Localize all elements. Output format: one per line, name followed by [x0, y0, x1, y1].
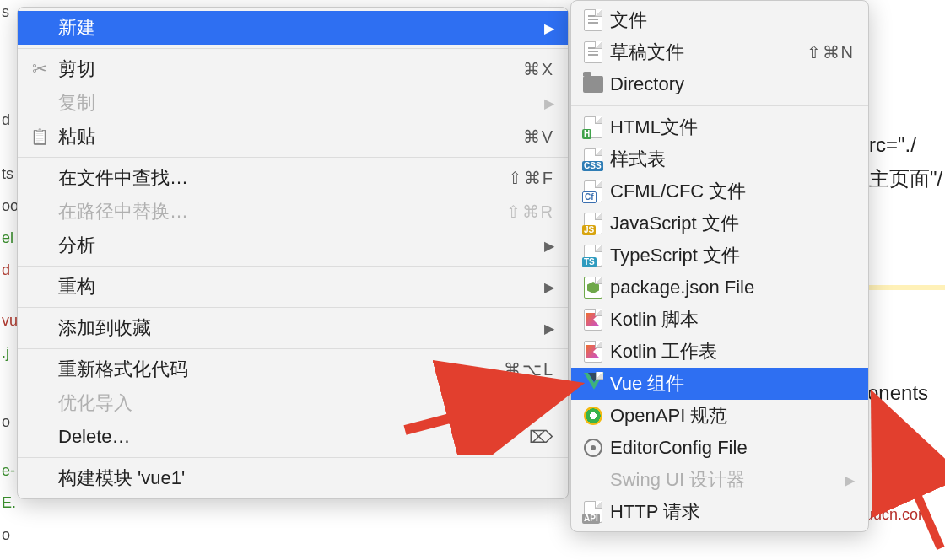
js-icon: JS	[581, 213, 605, 234]
menu-item-label: 分析	[53, 233, 539, 258]
gear-icon	[581, 439, 605, 457]
swirl-icon	[581, 407, 605, 425]
menu-separator	[18, 48, 568, 49]
sub_menu-item[interactable]: EditorConfig File	[571, 432, 868, 464]
menu-item-label: Kotlin 工作表	[605, 339, 855, 364]
main_menu-item[interactable]: 新建▶	[18, 11, 568, 45]
sub_menu-item[interactable]: APIHTTP 请求	[571, 496, 868, 528]
main_menu-item[interactable]: 在文件中查找…⇧⌘F	[18, 161, 568, 195]
menu-separator	[18, 348, 568, 349]
folder-icon	[581, 76, 605, 93]
menu-shortcut: ^⌥O	[509, 393, 554, 413]
cf-icon: Cf	[581, 180, 605, 202]
menu-separator	[18, 307, 568, 308]
menu-item-label: Directory	[605, 73, 855, 95]
main_menu-item[interactable]: 重构▶	[18, 270, 568, 304]
chevron-right-icon: ▶	[539, 238, 554, 254]
sub_menu-item[interactable]: Kotlin 工作表	[571, 336, 868, 368]
node-icon	[581, 277, 605, 299]
kotlin-icon	[581, 341, 605, 363]
html-icon: H	[581, 116, 605, 138]
menu-item-label: 优化导入	[53, 390, 509, 416]
context-menu[interactable]: 新建▶✂剪切⌘X复制▶📋粘贴⌘V在文件中查找…⇧⌘F在路径中替换…⇧⌘R分析▶重…	[17, 7, 569, 499]
menu-separator	[571, 105, 868, 106]
menu-item-label: 添加到收藏	[53, 315, 539, 341]
menu-item-label: HTML文件	[605, 115, 855, 140]
menu-separator	[18, 266, 568, 267]
main_menu-item: 优化导入^⌥O	[18, 386, 568, 420]
menu-item-label: 在文件中查找…	[53, 165, 508, 191]
menu-item-label: 草稿文件	[605, 40, 807, 65]
chevron-right-icon: ▶	[539, 20, 554, 36]
menu-item-label: 粘贴	[53, 124, 523, 149]
editor-text: onents	[867, 381, 928, 405]
main_menu-item: 在路径中替换…⇧⌘R	[18, 195, 568, 229]
menu-item-label: 在路径中替换…	[53, 199, 506, 224]
menu-item-label: EditorConfig File	[605, 437, 855, 459]
menu-item-label: 新建	[53, 15, 539, 40]
api-icon: API	[581, 501, 605, 523]
menu-shortcut: ⌘⌥L	[504, 359, 554, 380]
main_menu-item[interactable]: ✂剪切⌘X	[18, 52, 568, 86]
main_menu-item[interactable]: 添加到收藏▶	[18, 311, 568, 345]
sub_menu-item[interactable]: Directory	[571, 68, 868, 100]
menu-shortcut: ⇧⌘N	[807, 42, 855, 62]
menu-shortcut: ⇧⌘F	[508, 168, 554, 188]
chevron-right-icon: ▶	[840, 472, 855, 488]
menu-item-label: 文件	[605, 8, 855, 33]
menu-item-label: CFML/CFC 文件	[605, 179, 855, 204]
chevron-right-icon: ▶	[539, 279, 554, 295]
menu-item-label: Kotlin 脚本	[605, 307, 855, 332]
editor-highlight-bar	[869, 285, 945, 290]
main_menu-item: 复制▶	[18, 86, 568, 120]
menu-item-label: 构建模块 'vue1'	[53, 466, 554, 491]
chevron-right-icon: ▶	[539, 320, 554, 337]
main_menu-item[interactable]: 构建模块 'vue1'	[18, 461, 568, 495]
ts-icon: TS	[581, 245, 605, 267]
menu-item-label: Vue 组件	[605, 371, 855, 396]
menu-shortcut: ⌦	[529, 427, 554, 447]
sub_menu-item[interactable]: OpenAPI 规范	[571, 400, 868, 432]
sub_menu-item: Swing UI 设计器▶	[571, 464, 868, 496]
menu-separator	[18, 457, 568, 458]
menu-item-label: 剪切	[53, 57, 523, 82]
sub_menu-item[interactable]: Kotlin 脚本	[571, 304, 868, 336]
main_menu-item[interactable]: 📋粘贴⌘V	[18, 120, 568, 153]
scissors-icon: ✂	[26, 58, 53, 80]
menu-shortcut: ⌘V	[523, 127, 554, 147]
chevron-right-icon: ▶	[539, 95, 554, 111]
menu-shortcut: ⇧⌘R	[506, 202, 554, 222]
main_menu-item[interactable]: 重新格式化代码⌘⌥L	[18, 353, 568, 386]
sub_menu-item[interactable]: Vue 组件	[571, 368, 868, 400]
menu-item-label: 重新格式化代码	[53, 357, 504, 382]
menu-item-label: TypeScript 文件	[605, 243, 855, 268]
sub_menu-item[interactable]: CfCFML/CFC 文件	[571, 175, 868, 207]
menu-item-label: 样式表	[605, 147, 855, 172]
sub_menu-item[interactable]: HHTML文件	[571, 111, 868, 143]
menu-separator	[18, 157, 568, 158]
editor-text: rc="./	[869, 133, 916, 157]
menu-item-label: 复制	[53, 90, 539, 116]
main_menu-item[interactable]: 分析▶	[18, 229, 568, 262]
sub_menu-item[interactable]: TSTypeScript 文件	[571, 240, 868, 272]
editor-text: 主页面"/	[869, 165, 942, 192]
menu-item-label: Delete…	[53, 426, 529, 448]
sub_menu-item[interactable]: 草稿文件⇧⌘N	[571, 36, 868, 68]
css-icon: CSS	[581, 148, 605, 170]
main_menu-item[interactable]: Delete…⌦	[18, 420, 568, 454]
new-submenu[interactable]: 文件草稿文件⇧⌘NDirectoryHHTML文件CSS样式表CfCFML/CF…	[570, 0, 869, 532]
vue-icon	[581, 373, 605, 395]
menu-item-label: Swing UI 设计器	[605, 467, 840, 493]
sub_menu-item[interactable]: 文件	[571, 4, 868, 36]
clipboard-icon: 📋	[26, 127, 53, 146]
menu-item-label: OpenAPI 规范	[605, 403, 855, 428]
sub_menu-item[interactable]: CSS样式表	[571, 143, 868, 175]
sub_menu-item[interactable]: JSJavaScript 文件	[571, 207, 868, 240]
menu-item-label: HTTP 请求	[605, 499, 855, 525]
menu-item-label: 重构	[53, 274, 539, 299]
file-text-icon	[581, 9, 605, 31]
file-text-icon	[581, 41, 605, 63]
sub_menu-item[interactable]: package.json File	[571, 272, 868, 304]
menu-item-label: JavaScript 文件	[605, 211, 855, 236]
kotlin-icon	[581, 309, 605, 331]
